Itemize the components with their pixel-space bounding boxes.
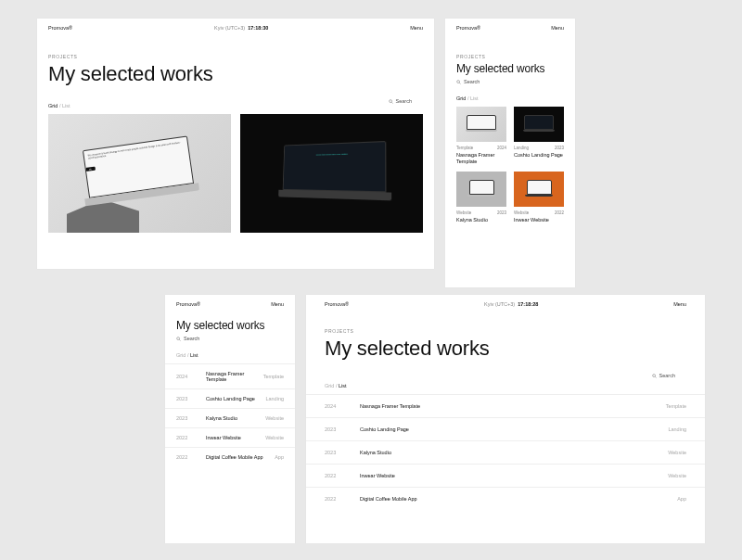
- page-title: My selected works: [165, 313, 295, 332]
- header: Promova® Kyiv (UTC+3) 17:18:30 Menu: [37, 19, 434, 37]
- panel-mobile-list: Promova® Menu My selected works Search G…: [165, 295, 295, 543]
- brand[interactable]: Promova®: [325, 301, 349, 307]
- project-thumb[interactable]: We research & build strategy & and creat…: [48, 114, 231, 233]
- svg-point-4: [177, 337, 180, 339]
- menu-button[interactable]: Menu: [551, 25, 564, 31]
- row-name: Kalyna Studio: [354, 450, 668, 455]
- project-thumb[interactable]: Grow the brand and your match: [240, 114, 423, 233]
- row-year: 2022: [325, 473, 354, 478]
- card-name: Inwear Website: [514, 217, 564, 223]
- svg-line-3: [459, 83, 460, 83]
- row-year: 2024: [325, 403, 354, 409]
- view-grid[interactable]: Grid: [176, 352, 186, 358]
- svg-line-7: [655, 376, 656, 377]
- list-item[interactable]: 2023Kalyna StudioWebsite: [165, 408, 295, 427]
- page-title: My selected works: [306, 334, 705, 361]
- row-name: Nasnaga Framer Template: [200, 371, 263, 382]
- header: Promova® Kyiv (UTC+3) 17:18:28 Menu: [306, 295, 705, 313]
- menu-button[interactable]: Menu: [673, 301, 686, 307]
- timezone-clock: Kyiv (UTC+3) 17:18:28: [484, 301, 538, 307]
- view-list[interactable]: List: [62, 103, 70, 108]
- search[interactable]: Search: [641, 369, 686, 378]
- row-name: Nasnaga Framer Template: [354, 403, 666, 409]
- card-category: Template: [456, 146, 473, 150]
- view-list[interactable]: List: [190, 352, 198, 358]
- list-item[interactable]: 2023Kalyna StudioWebsite: [306, 440, 705, 464]
- row-category: Website: [265, 415, 284, 421]
- card-year: 2022: [555, 210, 564, 215]
- card-category: Landing: [514, 146, 529, 150]
- list-item[interactable]: 2022Inwear WebsiteWebsite: [165, 427, 295, 447]
- row-name: Digital Coffee Mobile App: [354, 496, 677, 502]
- row-category: Landing: [265, 396, 284, 401]
- row-name: Kalyna Studio: [200, 415, 265, 421]
- row-year: 2023: [176, 415, 200, 421]
- view-grid[interactable]: Grid: [325, 383, 334, 388]
- card-category: Website: [514, 210, 529, 215]
- search-icon: [652, 374, 657, 378]
- panel-desktop-grid: Promova® Kyiv (UTC+3) 17:18:30 Menu PROJ…: [37, 19, 434, 269]
- row-category: Landing: [668, 426, 686, 432]
- row-name: Inwear Website: [354, 473, 668, 478]
- row-year: 2022: [176, 435, 200, 440]
- list-item[interactable]: 2024Nasnaga Framer TemplateTemplate: [306, 394, 705, 417]
- list-item[interactable]: 2022Digital Coffee Mobile AppApp: [306, 487, 705, 510]
- panel-mobile-grid: Promova® Menu PROJECTS My selected works…: [445, 19, 575, 287]
- list-item[interactable]: 2022Inwear WebsiteWebsite: [306, 464, 705, 487]
- row-name: Coshto Landing Page: [200, 396, 265, 401]
- svg-point-0: [389, 99, 391, 102]
- project-card[interactable]: Landing2023 Coshto Landing Page: [514, 107, 564, 164]
- view-grid[interactable]: Grid: [456, 95, 466, 101]
- brand[interactable]: Promova®: [456, 25, 480, 31]
- list-item[interactable]: 2024Nasnaga Framer TemplateTemplate: [165, 363, 295, 388]
- svg-line-1: [391, 102, 392, 103]
- view-list[interactable]: List: [339, 383, 347, 388]
- row-category: Website: [668, 450, 686, 455]
- row-year: 2023: [325, 450, 354, 455]
- menu-button[interactable]: Menu: [271, 301, 284, 307]
- card-year: 2024: [497, 146, 506, 150]
- card-name: Nasnaga Framer Template: [456, 152, 506, 164]
- project-card[interactable]: ··· Template2024 Nasnaga Framer Template: [456, 107, 506, 164]
- project-card[interactable]: Website2022 Inwear Website: [514, 172, 564, 223]
- card-name: Kalyna Studio: [456, 217, 506, 223]
- page-title: My selected works: [37, 59, 434, 86]
- search[interactable]: Search: [445, 75, 575, 84]
- search[interactable]: Search: [377, 95, 423, 104]
- card-year: 2023: [555, 146, 564, 150]
- search-icon: [389, 99, 393, 104]
- brand[interactable]: Promova®: [48, 25, 72, 31]
- search-label: Search: [396, 98, 412, 104]
- svg-point-2: [457, 80, 460, 83]
- search-label: Search: [464, 79, 480, 84]
- view-toggle: Grid / List: [37, 86, 434, 114]
- row-category: App: [275, 454, 284, 460]
- view-toggle: Grid / List: [165, 341, 295, 363]
- row-name: Digital Coffee Mobile App: [200, 454, 275, 460]
- row-name: Coshto Landing Page: [354, 426, 668, 432]
- search[interactable]: Search: [165, 332, 295, 341]
- search-icon: [456, 80, 461, 84]
- svg-line-5: [179, 339, 180, 340]
- page-title: My selected works: [445, 59, 575, 75]
- header: Promova® Menu: [445, 19, 575, 37]
- search-icon: [176, 337, 181, 341]
- panel-desktop-list: Promova® Kyiv (UTC+3) 17:18:28 Menu PROJ…: [306, 295, 705, 543]
- project-cards: ··· Template2024 Nasnaga Framer Template…: [445, 107, 575, 223]
- card-year: 2023: [497, 210, 506, 215]
- list-item[interactable]: 2023Coshto Landing PageLanding: [306, 417, 705, 440]
- card-category: Website: [456, 210, 471, 215]
- project-list: 2024Nasnaga Framer TemplateTemplate 2023…: [165, 363, 295, 466]
- header: Promova® Menu: [165, 295, 295, 313]
- list-item[interactable]: 2022Digital Coffee Mobile AppApp: [165, 447, 295, 466]
- project-card[interactable]: Website2023 Kalyna Studio: [456, 172, 506, 223]
- row-year: 2024: [176, 374, 200, 379]
- view-list[interactable]: List: [470, 95, 479, 101]
- list-item[interactable]: 2023Coshto Landing PageLanding: [165, 388, 295, 408]
- view-grid[interactable]: Grid: [48, 103, 58, 108]
- brand[interactable]: Promova®: [176, 301, 200, 307]
- row-year: 2022: [176, 454, 200, 460]
- row-year: 2022: [325, 496, 354, 502]
- menu-button[interactable]: Menu: [410, 25, 423, 31]
- project-thumbnails: We research & build strategy & and creat…: [37, 114, 434, 233]
